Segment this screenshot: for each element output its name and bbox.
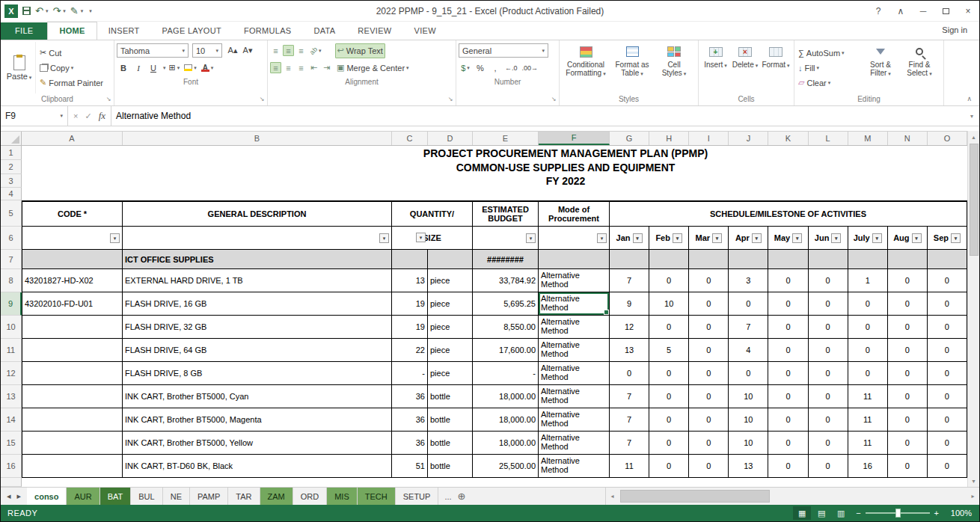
cell-month-jan[interactable]: 7 [610,385,649,408]
horizontal-scrollbar[interactable]: ◂ ▸ [605,488,979,505]
cell-month-jun[interactable]: 0 [809,269,848,292]
zoom-slider-thumb[interactable] [895,509,901,518]
ribbon-tab[interactable]: FILE [1,22,47,40]
grow-font-button[interactable]: A▴ [226,43,239,58]
cell-month-mar[interactable]: 0 [689,385,729,408]
cell-month-mar[interactable]: 0 [689,408,729,432]
cell-month-jan[interactable]: 7 [610,408,649,432]
cell-code[interactable] [22,455,123,478]
sheet-scroll-left-icon[interactable]: ◂ [7,491,11,501]
row-header[interactable]: 11 [1,339,22,362]
cell-filter-code[interactable]: ▾ [22,227,123,250]
cell-month-sep[interactable]: 0 [928,339,967,362]
autosum-button[interactable]: ∑AutoSum▾ [797,46,861,61]
touch-mode-button[interactable]: ✎▾ [70,5,83,16]
cell-quantity[interactable]: 19 [392,292,428,316]
borders-button[interactable]: ⊞▾ [168,61,182,75]
cell-code[interactable] [22,408,123,432]
filter-dropdown-icon[interactable]: ▾ [831,233,841,243]
cell[interactable] [888,250,928,269]
column-header-g[interactable]: G [610,132,649,145]
cell-filter-description[interactable]: ▾ [123,227,392,250]
cell-quantity[interactable]: - [392,362,428,385]
align-top-button[interactable]: ≡ [270,45,281,56]
column-header-d[interactable]: D [428,132,473,145]
cell-code[interactable] [22,316,123,339]
cell-budget[interactable]: 33,784.92 [473,269,539,292]
scroll-up-icon[interactable]: ▲ [968,131,980,143]
cell[interactable] [392,250,428,269]
cell-month-apr[interactable]: 0 [729,362,768,385]
cell-month-aug[interactable]: 0 [888,292,928,316]
cell-month-jan[interactable]: 7 [610,269,649,292]
dialog-launcher-icon[interactable]: ↘ [549,95,558,104]
cell-month-aug[interactable]: 0 [888,316,928,339]
percent-style-button[interactable]: % [474,61,487,75]
formula-input[interactable]: Alternative Method [111,106,964,126]
cell-budget[interactable]: 18,000.00 [473,408,539,432]
cell-month-feb[interactable]: 10 [649,292,689,316]
cell-month-mar[interactable]: 0 [689,339,729,362]
header-cell-description[interactable]: GENERAL DESCRIPTION [123,200,392,227]
shrink-font-button[interactable]: A▾ [241,43,254,58]
row-header[interactable]: 9 [1,292,22,316]
cell-month-may[interactable]: 0 [768,385,808,408]
row-header[interactable]: 7 [1,250,22,269]
orientation-button[interactable]: ab▾ [308,43,323,58]
cell-mode[interactable]: Alternative Method [539,385,610,408]
cell-code[interactable] [22,362,123,385]
cell-code[interactable]: 43202010-FD-U01 [22,292,123,316]
row-header[interactable] [1,478,22,487]
conditional-formatting-button[interactable]: Conditional Formatting▾ [562,42,610,93]
cell[interactable] [689,250,729,269]
filter-dropdown-icon[interactable]: ▾ [526,233,536,243]
cell-mode[interactable]: Alternative Method [539,269,610,292]
row-header[interactable]: 4 [1,188,22,200]
month-header-cell[interactable]: May▾ [768,227,808,250]
cell-month-may[interactable]: 0 [768,362,808,385]
filter-dropdown-icon[interactable]: ▾ [951,233,961,243]
cell-unit[interactable]: piece [428,339,473,362]
cell[interactable]: FY 2022 [22,174,967,188]
cell-month-may[interactable]: 0 [768,455,808,478]
column-header-f[interactable]: F [539,132,610,145]
cell-month-jan[interactable]: 0 [610,362,649,385]
cell-month-sep[interactable]: 0 [928,432,967,455]
sheet-tab[interactable]: conso [27,487,67,505]
cell-month-may[interactable]: 0 [768,432,808,455]
row-header[interactable]: 1 [1,146,22,160]
customize-qat-button[interactable]: ▾ [88,8,92,14]
format-as-table-button[interactable]: Format as Table▾ [610,42,655,93]
row-header[interactable]: 16 [1,455,22,478]
row-header[interactable]: 2 [1,160,22,174]
decrease-indent-button[interactable]: ⇤ [308,62,319,73]
ribbon-tab[interactable]: HOME [47,22,97,40]
align-bottom-button[interactable]: ≡ [295,45,307,56]
bold-button[interactable]: B [117,61,130,75]
cell-month-aug[interactable]: 0 [888,385,928,408]
cell-mode[interactable]: Alternative Method [539,292,610,316]
cell-month-aug[interactable]: 0 [888,432,928,455]
collapse-ribbon-button[interactable]: ∧ [967,95,972,102]
cell-quantity[interactable]: 22 [392,339,428,362]
expand-formula-bar-icon[interactable]: ▾ [964,106,979,126]
cell-month-jan[interactable]: 12 [610,316,649,339]
filter-dropdown-icon[interactable]: ▾ [633,233,643,243]
cell-month-jun[interactable]: 0 [809,292,848,316]
cell-month-aug[interactable]: 0 [888,408,928,432]
increase-decimal-button[interactable]: ←.0 [503,61,519,75]
cell-month-jul[interactable]: 0 [848,316,888,339]
chevron-down-icon[interactable]: ▾ [29,75,32,80]
cell-quantity[interactable]: 36 [392,432,428,455]
cell-month-apr[interactable]: 10 [729,408,768,432]
section-title-cell[interactable]: ICT OFFICE SUPPLIES [123,250,392,269]
save-button[interactable] [22,7,31,15]
cell-month-sep[interactable]: 0 [928,408,967,432]
cell-month-jul[interactable]: 0 [848,362,888,385]
cell-code[interactable] [22,385,123,408]
horizontal-scroll-thumb[interactable] [620,490,770,503]
cell-budget[interactable]: 5,695.25 [473,292,539,316]
filter-dropdown-icon[interactable]: ▾ [110,233,120,243]
cell[interactable] [928,250,967,269]
cell-mode[interactable]: Alternative Method [539,408,610,432]
